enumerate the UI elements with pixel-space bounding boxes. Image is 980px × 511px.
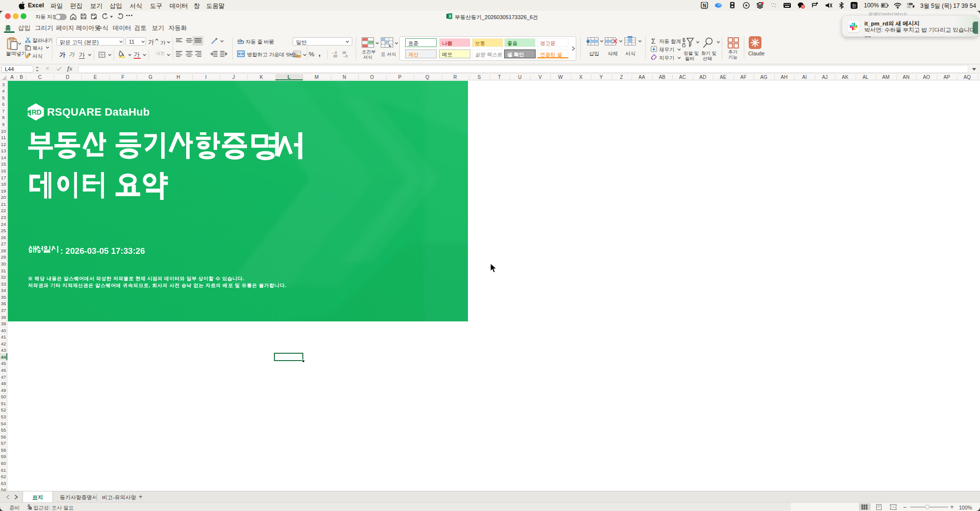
svg-text:N: N [703, 3, 706, 8]
svg-text:N: N [802, 5, 804, 8]
svg-text:RD: RD [32, 108, 42, 116]
svg-text:→0: →0 [343, 54, 348, 58]
svg-text:한: 한 [852, 3, 857, 8]
svg-text:RSQUARE DataHub: RSQUARE DataHub [47, 106, 150, 118]
svg-text:12: 12 [294, 54, 298, 57]
svg-text:.00: .00 [333, 54, 337, 58]
svg-text:: 2026-03-05 17:33:26: : 2026-03-05 17:33:26 [60, 246, 145, 256]
